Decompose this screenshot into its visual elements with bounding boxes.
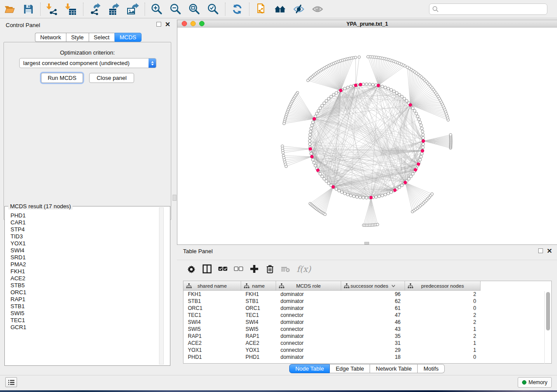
table-row[interactable]: STB1STB1dominator620 [183,298,551,305]
show-column-panel-icon[interactable] [202,264,212,274]
mcds-result-item[interactable]: STB5 [5,282,26,289]
tab-mcds[interactable]: MCDS [114,33,142,42]
mcds-result-item[interactable]: STP4 [5,226,26,233]
cell-name: YOX1 [241,347,276,354]
mcds-result-item[interactable]: PHD1 [5,212,26,219]
cell-predecessor-nodes: 2 [405,319,481,326]
search-input[interactable] [429,3,547,15]
run-mcds-button[interactable]: Run MCDS [41,73,83,83]
delete-table-icon[interactable] [281,264,291,274]
cell-successor-nodes: 62 [341,298,405,305]
close-panel-button[interactable]: Close panel [89,73,134,83]
mcds-result-item[interactable]: PMA2 [5,261,26,268]
cell-predecessor-nodes: 0 [405,354,481,361]
memory-status-icon [522,380,526,385]
network-graph[interactable] [177,28,557,245]
import-table-icon[interactable] [65,3,77,15]
network-view-window: YPA_prune.txt_1 [177,20,557,245]
column-header-predecessor-nodes[interactable]: predecessor nodes [405,281,481,291]
create-column-icon[interactable] [249,264,259,274]
mcds-result-scrollbar[interactable] [159,207,164,364]
optimization-criterion-select[interactable]: largest connected component (undirected) [19,58,156,68]
network-window-title: YPA_prune.txt_1 [177,21,557,27]
cell-shared-name: FKH1 [183,291,241,298]
table-header: shared namenameMCDS rolesuccessor nodesp… [183,281,551,291]
float-table-panel-icon[interactable] [538,248,543,253]
mcds-result-item[interactable]: STB1 [5,303,26,310]
tab-edge-table[interactable]: Edge Table [330,364,370,373]
table-row[interactable]: YOX1YOX1connector291 [183,347,551,354]
column-header-name[interactable]: name [241,281,276,291]
export-network-icon[interactable] [89,3,101,15]
zoom-selected-icon[interactable] [207,3,219,15]
table-row[interactable]: RAP1RAP1dominator352 [183,333,551,340]
tab-network[interactable]: Network [35,33,66,42]
mcds-result-item[interactable]: RAP1 [5,296,26,303]
desktop-wallpaper [0,390,557,392]
sort-descending-icon [391,285,395,287]
function-builder-icon[interactable]: f(x) [297,264,311,274]
mcds-result-item[interactable]: SRD1 [5,254,26,261]
select-all-columns-icon[interactable] [218,264,228,274]
column-header-shared-name[interactable]: shared name [183,281,241,291]
save-session-icon[interactable] [22,3,35,15]
table-settings-icon[interactable] [187,264,196,274]
memory-button[interactable]: Memory [518,377,552,388]
close-panel-icon[interactable]: ✕ [165,22,170,27]
mcds-result-item[interactable]: ORC1 [5,289,26,296]
mcds-result-item[interactable]: GCR1 [5,324,26,331]
cell-successor-nodes: 18 [341,354,405,361]
refresh-icon[interactable] [231,3,243,15]
float-panel-icon[interactable] [156,22,161,27]
import-network-icon[interactable] [46,3,59,15]
optimization-criterion-value: largest connected component (undirected) [20,60,149,66]
open-file-icon[interactable] [3,3,16,15]
hide-annotations-icon[interactable] [293,3,305,15]
table-row[interactable]: TEC1TEC1connector472 [183,312,551,319]
table-panel: Table Panel ✕ f(x) shared namenameMCDS r… [177,245,557,376]
table-row[interactable]: SWI5SWI5connector431 [183,326,551,333]
mcds-result-item[interactable]: SWI5 [5,310,26,317]
table-row[interactable]: FKH1FKH1dominator962 [183,291,551,298]
main-toolbar [0,0,557,18]
table-scrollbar[interactable] [546,292,550,330]
control-panel: Control Panel ✕ NetworkStyleSelectMCDS O… [0,19,175,376]
column-header-MCDS-role[interactable]: MCDS role [276,281,341,291]
export-table-icon[interactable] [108,3,120,15]
tab-select[interactable]: Select [89,33,114,42]
table-row[interactable]: ORC1ORC1dominator610 [183,305,551,312]
table-row[interactable]: SWI4SWI4dominator462 [183,319,551,326]
mcds-result-item[interactable]: FKH1 [5,268,26,275]
mcds-result-item[interactable]: ACE2 [5,275,26,282]
cell-shared-name: ORC1 [183,305,241,312]
clone-network-icon[interactable] [255,3,267,15]
cell-shared-name: SWI5 [183,326,241,333]
panel-divider-grip[interactable] [364,242,369,244]
table-row[interactable]: ACE2ACE2connector311 [183,340,551,347]
home-layout-icon[interactable] [274,3,286,15]
close-table-panel-icon[interactable]: ✕ [547,248,552,253]
show-annotations-icon[interactable] [311,3,324,15]
mcds-result-item[interactable]: TEC1 [5,317,26,324]
table-scroll-separator [544,291,545,364]
cell-MCDS-role: dominator [276,319,341,326]
zoom-in-icon[interactable] [151,3,163,15]
delete-column-icon[interactable] [265,264,275,274]
sidebar-divider-grip[interactable] [173,195,176,201]
table-row[interactable]: PHD1PHD1dominator180 [183,354,551,361]
mcds-result-item[interactable]: TID3 [5,233,26,240]
tab-style[interactable]: Style [66,33,89,42]
mcds-result-item[interactable]: SWI4 [5,247,26,254]
export-image-icon[interactable] [127,3,139,15]
cell-MCDS-role: dominator [276,305,341,312]
zoom-fit-icon[interactable] [188,3,201,15]
mcds-result-item[interactable]: CAR1 [5,219,26,226]
tab-motifs[interactable]: Motifs [418,364,445,373]
mcds-result-item[interactable]: YOX1 [5,240,26,247]
task-history-button[interactable] [5,377,17,387]
zoom-out-icon[interactable] [170,3,182,15]
tab-node-table[interactable]: Node Table [289,364,330,373]
unselect-all-columns-icon[interactable] [234,264,243,274]
tab-network-table[interactable]: Network Table [370,364,418,373]
column-header-successor-nodes[interactable]: successor nodes [341,281,405,291]
